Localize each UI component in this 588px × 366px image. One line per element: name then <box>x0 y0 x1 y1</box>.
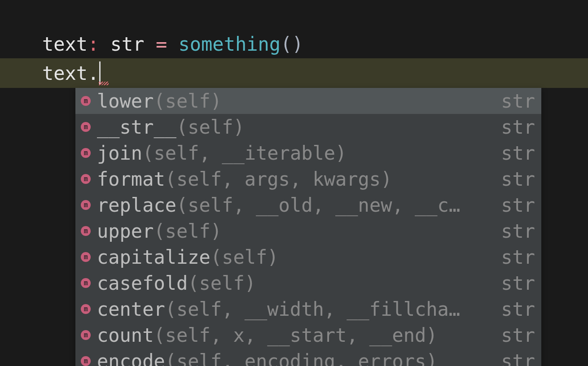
token-space <box>145 30 156 58</box>
method-icon: m <box>81 96 91 106</box>
method-name: __str__ <box>97 116 176 138</box>
autocomplete-signature: join(self, __iterable) <box>97 140 490 166</box>
token-type: str <box>110 30 145 58</box>
return-type: str <box>501 88 535 114</box>
autocomplete-signature: format(self, args, kwargs) <box>97 166 490 192</box>
autocomplete-signature: lower(self) <box>97 88 490 114</box>
autocomplete-signature: upper(self) <box>97 218 490 244</box>
autocomplete-item[interactable]: mreplace(self, __old, __new, __c…str <box>75 192 541 218</box>
autocomplete-item[interactable]: mjoin(self, __iterable)str <box>75 140 541 166</box>
autocomplete-signature: count(self, x, __start, __end) <box>97 322 490 348</box>
token-variable: text <box>42 30 88 58</box>
method-name: encode <box>97 350 165 366</box>
autocomplete-popup[interactable]: mlower(self)strm__str__(self)strmjoin(se… <box>75 88 541 366</box>
autocomplete-item[interactable]: mencode(self, encoding, errors)str <box>75 348 541 366</box>
method-params: (self) <box>211 246 279 268</box>
method-name: center <box>97 298 165 320</box>
method-params: (self, x, __start, __end) <box>154 324 437 346</box>
token-dot: . <box>88 59 99 87</box>
method-icon: m <box>81 304 91 314</box>
return-type: str <box>501 322 535 348</box>
autocomplete-signature: capitalize(self) <box>97 244 490 270</box>
autocomplete-item[interactable]: m__str__(self)str <box>75 114 541 140</box>
method-name: count <box>97 324 154 346</box>
method-name: format <box>97 168 165 190</box>
method-params: (self, __width, __fillcha… <box>165 298 460 320</box>
token-paren-close: ) <box>292 30 303 58</box>
return-type: str <box>501 192 535 218</box>
token-variable: text <box>42 59 88 87</box>
autocomplete-item[interactable]: mupper(self)str <box>75 218 541 244</box>
return-type: str <box>501 348 535 366</box>
method-icon: m <box>81 122 91 132</box>
method-params: (self) <box>154 220 222 242</box>
return-type: str <box>501 114 535 140</box>
method-params: (self, __iterable) <box>142 142 347 164</box>
method-icon: m <box>81 252 91 262</box>
code-line-1[interactable]: text : str = something ( ) <box>0 0 588 58</box>
method-icon: m <box>81 330 91 340</box>
method-params: (self) <box>188 272 256 294</box>
token-space <box>167 30 178 58</box>
autocomplete-item[interactable]: mlower(self)str <box>75 88 541 114</box>
method-icon: m <box>81 200 91 210</box>
autocomplete-signature: encode(self, encoding, errors) <box>97 348 490 366</box>
method-params: (self) <box>176 116 245 138</box>
autocomplete-item[interactable]: mcapitalize(self)str <box>75 244 541 270</box>
return-type: str <box>501 244 535 270</box>
autocomplete-signature: casefold(self) <box>97 270 490 296</box>
token-space <box>99 30 110 58</box>
autocomplete-signature: replace(self, __old, __new, __c… <box>97 192 490 218</box>
method-params: (self, encoding, errors) <box>165 350 438 366</box>
token-colon: : <box>88 30 99 58</box>
token-operator: = <box>156 30 167 58</box>
method-params: (self, args, kwargs) <box>165 168 392 190</box>
method-icon: m <box>81 148 91 158</box>
error-squiggle <box>99 82 109 85</box>
token-paren-open: ( <box>281 30 292 58</box>
method-icon: m <box>81 278 91 288</box>
method-name: join <box>97 142 142 164</box>
method-icon: m <box>81 356 91 366</box>
autocomplete-signature: __str__(self) <box>97 114 490 140</box>
method-name: upper <box>97 220 154 242</box>
return-type: str <box>501 218 535 244</box>
autocomplete-item[interactable]: mcenter(self, __width, __fillcha…str <box>75 296 541 322</box>
method-icon: m <box>81 174 91 184</box>
autocomplete-item[interactable]: mcasefold(self)str <box>75 270 541 296</box>
method-params: (self) <box>154 90 222 112</box>
autocomplete-signature: center(self, __width, __fillcha… <box>97 296 490 322</box>
method-name: casefold <box>97 272 188 294</box>
method-params: (self, __old, __new, __c… <box>176 194 460 216</box>
method-name: capitalize <box>97 246 211 268</box>
return-type: str <box>501 296 535 322</box>
method-name: lower <box>97 90 154 112</box>
code-line-2-active[interactable]: text . <box>0 58 588 88</box>
autocomplete-item[interactable]: mcount(self, x, __start, __end)str <box>75 322 541 348</box>
code-editor[interactable]: text : str = something ( ) text . mlower… <box>0 0 588 366</box>
method-icon: m <box>81 226 91 236</box>
return-type: str <box>501 270 535 296</box>
token-function: something <box>179 30 281 58</box>
method-name: replace <box>97 194 176 216</box>
autocomplete-item[interactable]: mformat(self, args, kwargs)str <box>75 166 541 192</box>
return-type: str <box>501 140 535 166</box>
return-type: str <box>501 166 535 192</box>
